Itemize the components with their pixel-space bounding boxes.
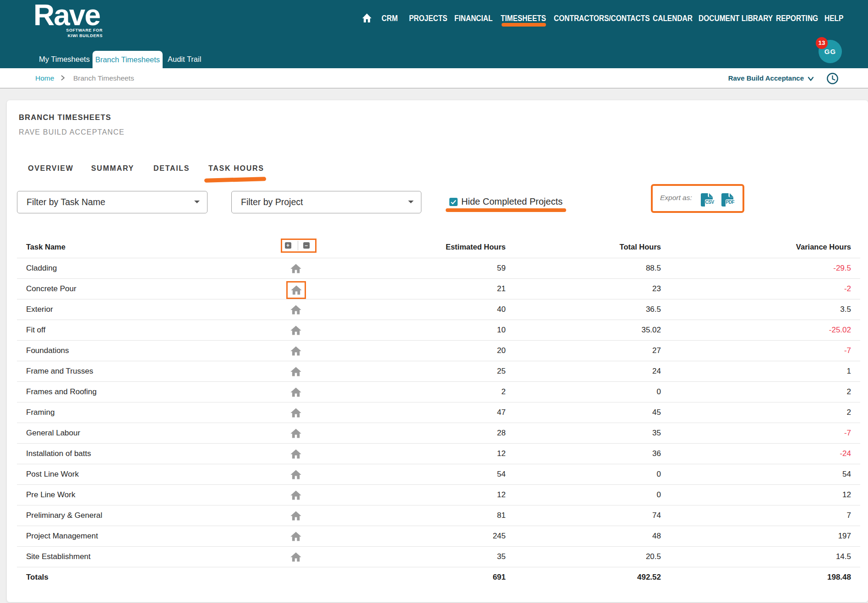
svg-text:CSV: CSV — [705, 200, 715, 205]
svg-text:PDF: PDF — [726, 200, 735, 205]
